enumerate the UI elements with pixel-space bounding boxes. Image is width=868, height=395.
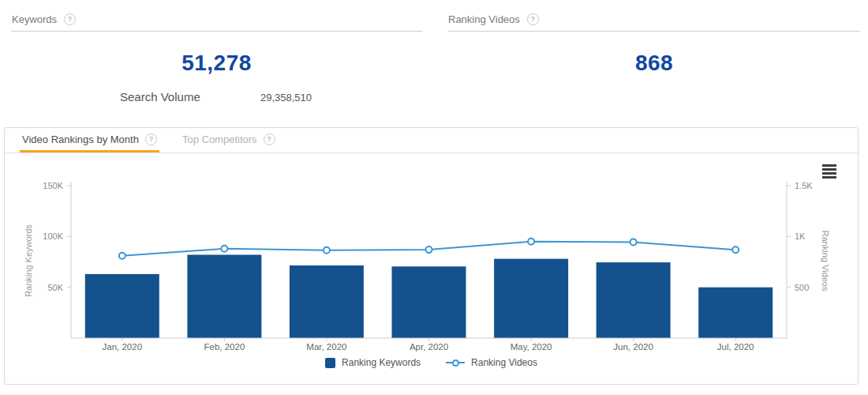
line-marker-mar-2020[interactable]: [324, 247, 330, 254]
left-axis-tick-label: 100K: [43, 231, 63, 241]
left-axis-tick-label: 50K: [47, 283, 63, 292]
bar-jul-2020[interactable]: [698, 288, 773, 338]
right-axis-tick-label: 500: [795, 283, 809, 292]
line-marker-jul-2020[interactable]: [732, 246, 739, 253]
line-marker-jun-2020[interactable]: [630, 239, 637, 245]
right-axis-title: Ranking Videos: [821, 231, 830, 292]
legend-item-ranking-videos[interactable]: Ranking Videos: [446, 357, 537, 368]
bar-jan-2020[interactable]: [85, 274, 159, 338]
x-axis-label: Apr, 2020: [410, 342, 448, 352]
left-axis-title: Ranking Keywords: [24, 224, 33, 297]
rankings-chart: 150K100K50K1.5K1K500Jan, 2020Feb, 2020Ma…: [0, 0, 868, 395]
bar-feb-2020[interactable]: [187, 255, 261, 339]
left-axis-tick-label: 150K: [43, 181, 63, 190]
legend-item-ranking-keywords[interactable]: Ranking Keywords: [325, 357, 421, 368]
x-axis-label: Jun, 2020: [613, 342, 653, 352]
legend-label: Ranking Keywords: [342, 357, 421, 368]
line-marker-apr-2020[interactable]: [426, 246, 432, 253]
bar-mar-2020[interactable]: [290, 265, 364, 338]
x-axis-label: Jan, 2020: [103, 342, 143, 352]
bar-swatch-icon: [325, 358, 335, 368]
line-marker-jan-2020[interactable]: [119, 253, 125, 259]
chart-legend: Ranking Keywords Ranking Videos: [4, 357, 859, 368]
x-axis-label: May, 2020: [511, 342, 552, 352]
x-axis-label: Mar, 2020: [306, 342, 346, 352]
bar-jun-2020[interactable]: [597, 262, 671, 338]
line-marker-feb-2020[interactable]: [221, 246, 227, 252]
bar-apr-2020[interactable]: [392, 266, 466, 338]
legend-label: Ranking Videos: [471, 357, 537, 368]
x-axis-label: Feb, 2020: [204, 342, 245, 352]
bar-may-2020[interactable]: [494, 259, 568, 338]
right-axis-tick-label: 1K: [795, 231, 806, 241]
line-marker-swatch-icon: [446, 362, 465, 363]
x-axis-label: Jul, 2020: [717, 342, 754, 352]
line-marker-may-2020[interactable]: [528, 239, 534, 245]
right-axis-tick-label: 1.5K: [795, 181, 813, 190]
